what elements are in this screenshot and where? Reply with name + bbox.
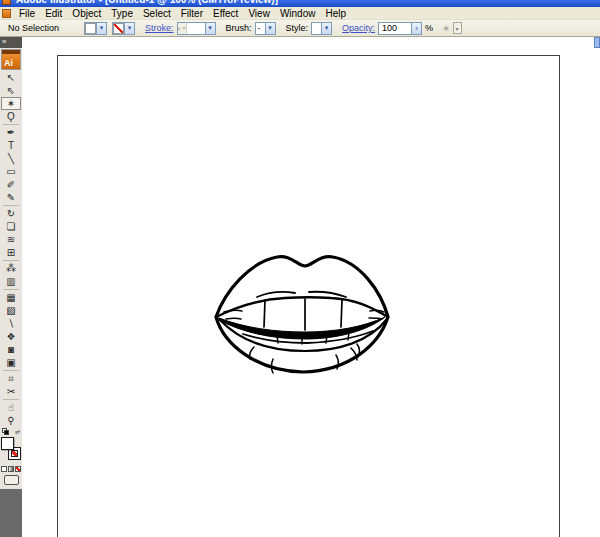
toolbox-footer — [0, 489, 22, 537]
swap-fill-stroke-icon[interactable]: ⇄ — [15, 428, 20, 435]
color-mode-button[interactable] — [1, 466, 7, 472]
stroke-weight-stepper[interactable]: ▲▼ — [178, 23, 187, 34]
rotate-tool[interactable]: ↻ — [1, 207, 21, 220]
hand-tool[interactable]: ☝ — [1, 401, 21, 414]
opacity-spinner-icon[interactable]: › — [412, 22, 422, 35]
live-paint-selection-tool[interactable]: ▣ — [1, 356, 21, 369]
fill-color-combo[interactable]: ▾ — [84, 22, 107, 35]
select-similar-icon[interactable]: ✶ — [442, 23, 450, 34]
type-tool[interactable]: T — [1, 139, 21, 152]
pen-tool[interactable]: ✒ — [1, 126, 21, 139]
menu-bar-items: FileEditObjectTypeSelectFilterEffectView… — [14, 7, 351, 19]
opacity-unit: % — [425, 23, 433, 33]
direct-selection-tool[interactable]: ⇖ — [1, 84, 21, 97]
chevron-down-icon[interactable]: ▾ — [321, 23, 331, 34]
menu-item-effect[interactable]: Effect — [208, 7, 243, 20]
stroke-none-swatch[interactable] — [113, 23, 124, 34]
slice-tool[interactable]: ⌗ — [1, 372, 21, 385]
document-window[interactable] — [22, 37, 600, 537]
toolbox-palette: » Ai ↖⇖✶Ϙ✒T╲▭✐✎↻❏≋⊞⁂▥▦▧∖❖◙▣⌗✂☝⚲ ⇄ — [0, 37, 22, 537]
style-label: Style: — [286, 23, 309, 33]
ai-logo-button[interactable]: Ai — [1, 49, 21, 70]
menu-item-help[interactable]: Help — [320, 7, 351, 20]
menu-item-filter[interactable]: Filter — [176, 7, 208, 20]
none-mode-button[interactable] — [15, 466, 21, 472]
toolbox-tools: ↖⇖✶Ϙ✒T╲▭✐✎↻❏≋⊞⁂▥▦▧∖❖◙▣⌗✂☝⚲ — [0, 71, 22, 427]
chevron-down-icon[interactable]: ▾ — [265, 23, 275, 34]
fill-color-swatch[interactable] — [85, 23, 96, 34]
paintbrush-tool[interactable]: ✐ — [1, 178, 21, 191]
warp-tool[interactable]: ≋ — [1, 233, 21, 246]
toolbox-collapse-handle[interactable]: » — [0, 37, 22, 48]
menu-item-type[interactable]: Type — [106, 7, 138, 20]
color-mode-buttons — [1, 466, 21, 472]
illustrator-app-icon — [2, 0, 11, 5]
control-bar: No Selection ▾ ▾ Stroke: ▲▼ ▾ Brush: - ▾… — [0, 20, 600, 37]
pencil-tool[interactable]: ✎ — [1, 191, 21, 204]
menu-item-edit[interactable]: Edit — [40, 7, 67, 20]
graph-tool[interactable]: ▥ — [1, 275, 21, 288]
stroke-panel-link[interactable]: Stroke: — [145, 23, 174, 33]
blend-tool[interactable]: ❖ — [1, 330, 21, 343]
main-area: » Ai ↖⇖✶Ϙ✒T╲▭✐✎↻❏≋⊞⁂▥▦▧∖❖◙▣⌗✂☝⚲ ⇄ — [0, 37, 600, 537]
gradient-tool[interactable]: ▧ — [1, 304, 21, 317]
window-title: Adobe Illustrator - [Untitled-1 @ 100% (… — [16, 0, 278, 5]
brush-label: Brush: — [226, 23, 252, 33]
stroke-weight-value[interactable] — [187, 23, 205, 34]
vertical-scrollbar-stub[interactable] — [594, 37, 600, 48]
gradient-mode-button[interactable] — [8, 466, 14, 472]
menu-item-select[interactable]: Select — [138, 7, 176, 20]
zoom-tool[interactable]: ⚲ — [1, 414, 21, 427]
chevron-down-icon[interactable]: ▾ — [96, 23, 106, 34]
menu-item-window[interactable]: Window — [275, 7, 321, 20]
lips-artwork — [205, 247, 405, 379]
toolbox-separator — [3, 399, 19, 400]
lasso-tool[interactable]: Ϙ — [1, 110, 21, 123]
rectangle-tool[interactable]: ▭ — [1, 165, 21, 178]
ai-logo-text: Ai — [4, 58, 13, 68]
default-fill-stroke-icon[interactable] — [2, 428, 9, 435]
fill-indicator[interactable] — [1, 437, 14, 450]
menu-item-file[interactable]: File — [14, 7, 40, 20]
stroke-color-combo[interactable]: ▾ — [112, 22, 135, 35]
stroke-weight-combo[interactable]: ▲▼ ▾ — [177, 22, 216, 35]
window-titlebar: Adobe Illustrator - [Untitled-1 @ 100% (… — [0, 0, 600, 7]
toolbox-separator — [3, 205, 19, 206]
eyedropper-tool[interactable]: ∖ — [1, 317, 21, 330]
scale-tool[interactable]: ❏ — [1, 220, 21, 233]
symbol-sprayer-tool[interactable]: ⁂ — [1, 262, 21, 275]
menu-item-view[interactable]: View — [243, 7, 275, 20]
chevron-down-icon[interactable]: ▾ — [205, 23, 215, 34]
scissors-tool[interactable]: ✂ — [1, 385, 21, 398]
line-segment-tool[interactable]: ╲ — [1, 152, 21, 165]
illustrator-app-icon-small[interactable] — [2, 9, 11, 18]
opacity-input[interactable]: 100 — [378, 22, 412, 35]
toolbox-separator — [3, 289, 19, 290]
free-transform-tool[interactable]: ⊞ — [1, 246, 21, 259]
style-combo[interactable]: ▾ — [311, 22, 332, 35]
selection-tool[interactable]: ↖ — [1, 71, 21, 84]
menu-bar: FileEditObjectTypeSelectFilterEffectView… — [0, 7, 600, 20]
chevron-down-icon[interactable]: ▾ — [124, 23, 134, 34]
ai-logo-bar — [2, 50, 20, 54]
mesh-tool[interactable]: ▦ — [1, 291, 21, 304]
live-paint-bucket-tool[interactable]: ◙ — [1, 343, 21, 356]
menu-item-object[interactable]: Object — [67, 7, 106, 20]
brush-combo[interactable]: - ▾ — [255, 22, 276, 35]
magic-wand-tool[interactable]: ✶ — [1, 97, 21, 110]
toolbox-separator — [3, 124, 19, 125]
screen-mode-button[interactable] — [4, 475, 19, 485]
select-similar-dropdown[interactable]: ▾ — [453, 22, 462, 34]
toolbox-separator — [3, 370, 19, 371]
brush-value[interactable]: - — [256, 23, 265, 34]
selection-status: No Selection — [8, 23, 59, 33]
toolbox-separator — [3, 260, 19, 261]
fill-stroke-indicator: ⇄ — [0, 430, 22, 462]
opacity-panel-link[interactable]: Opacity: — [342, 23, 375, 33]
style-value[interactable] — [312, 23, 321, 34]
